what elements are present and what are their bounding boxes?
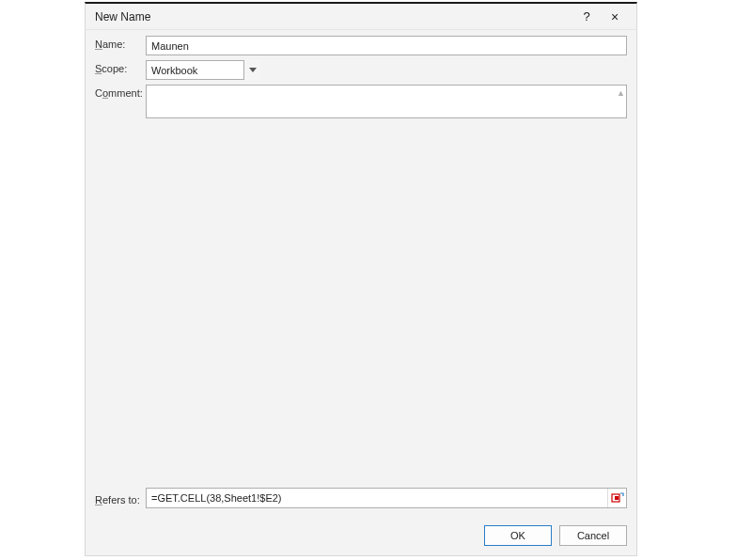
- refersto-row: Refers to:: [95, 488, 627, 508]
- scope-value: Workbook: [151, 65, 197, 76]
- ok-button[interactable]: OK: [484, 525, 552, 546]
- help-icon[interactable]: ?: [572, 6, 601, 28]
- dialog-buttons: OK Cancel: [86, 518, 636, 555]
- svg-rect-1: [615, 496, 619, 500]
- scope-row: Scope: Workbook: [95, 60, 627, 80]
- close-icon[interactable]: ×: [601, 6, 629, 28]
- name-input[interactable]: [146, 36, 627, 55]
- comment-textarea[interactable]: [146, 85, 627, 118]
- dialog-content: Name: Scope: Workbook: [86, 30, 636, 518]
- collapse-dialog-icon[interactable]: [607, 489, 626, 507]
- refersto-input[interactable]: [146, 488, 627, 508]
- dialog-title: New Name: [95, 10, 572, 23]
- name-label: Name:: [95, 36, 146, 50]
- comment-row: Comment: ▲: [95, 85, 627, 477]
- titlebar: New Name ? ×: [86, 4, 636, 30]
- new-name-dialog: New Name ? × Name: Scope: Workbook: [85, 2, 637, 556]
- refersto-label: Refers to:: [95, 491, 146, 506]
- cancel-button[interactable]: Cancel: [559, 525, 627, 546]
- chevron-down-icon[interactable]: [243, 60, 260, 80]
- comment-label: Comment:: [95, 85, 146, 99]
- scroll-up-icon: ▲: [617, 88, 625, 98]
- scope-select[interactable]: Workbook: [146, 60, 260, 80]
- name-row: Name:: [95, 36, 627, 55]
- scope-label: Scope:: [95, 60, 146, 74]
